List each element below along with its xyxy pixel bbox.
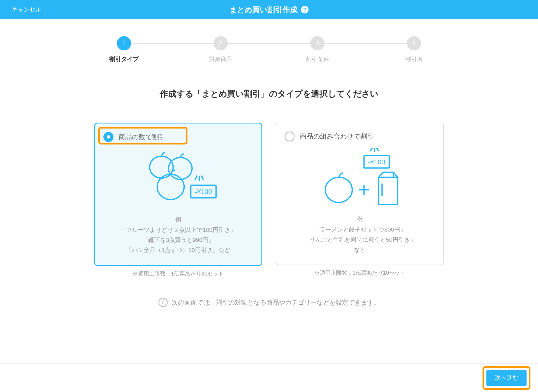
example-text: 「フルーツよりどり３点以上で100円引き」 「靴下を3点買うと990円」 「パン… — [103, 225, 253, 255]
limit-text: ※適用上限数：1伝票あたり10セット — [314, 269, 405, 277]
svg-text:-¥100: -¥100 — [368, 158, 385, 166]
svg-point-6 — [325, 177, 352, 202]
example-label: 例 — [103, 216, 253, 223]
apple-milk-illustration: -¥100 — [285, 146, 435, 213]
next-button[interactable]: 次へ進む — [486, 370, 527, 386]
main-title: 作成する「まとめ買い割引」のタイプを選択してください — [0, 88, 538, 100]
step-connector — [317, 43, 414, 44]
step-number: 4 — [407, 36, 421, 50]
options-container: 商品の数で割引 -¥100 — [0, 123, 538, 278]
step-connector — [221, 43, 317, 44]
info-icon: i — [158, 298, 168, 307]
footer: 次へ進む — [0, 363, 538, 392]
header: キャンセル まとめ買い割引作成 ? — [0, 0, 538, 19]
radio-quantity[interactable] — [103, 132, 113, 142]
cancel-button[interactable]: キャンセル — [12, 6, 41, 13]
step-target-products: 2 対象商品 — [172, 36, 269, 63]
step-number: 1 — [117, 36, 131, 50]
limit-text: ※適用上限数：1伝票あたり30セット — [133, 270, 224, 278]
svg-point-1 — [169, 158, 192, 179]
info-text: 次の画面では、割引の対象となる商品やカテゴリーなどを設定できます。 — [172, 298, 380, 307]
step-label: 割引名 — [405, 55, 423, 63]
help-icon[interactable]: ? — [301, 6, 309, 13]
step-discount-name: 4 割引名 — [366, 36, 462, 63]
title-text: まとめ買い割引作成 — [229, 5, 298, 15]
step-discount-conditions: 3 割引条件 — [269, 36, 366, 63]
step-connector — [124, 43, 221, 44]
progress-steps: 1 割引タイプ 2 対象商品 3 割引条件 4 割引名 — [0, 36, 538, 63]
step-label: 割引タイプ — [109, 55, 139, 63]
step-label: 割引条件 — [306, 55, 329, 63]
option-title: 商品の数で割引 — [119, 132, 166, 141]
example-label: 例 — [285, 216, 435, 223]
radio-combination[interactable] — [285, 132, 295, 142]
svg-text:-¥100: -¥100 — [195, 188, 212, 195]
example-text: 「ラーメンと餃子セットで800円」 「りんごと牛乳を同時に買うと50円引き」 な… — [285, 225, 435, 255]
info-row: i 次の画面では、割引の対象となる商品やカテゴリーなどを設定できます。 — [0, 298, 538, 307]
apples-illustration: -¥100 — [103, 146, 253, 213]
step-discount-type: 1 割引タイプ — [76, 36, 172, 63]
option-title: 商品の組み合わせで割引 — [300, 132, 374, 141]
annotation-highlight: 次へ進む — [483, 366, 530, 389]
step-number: 2 — [214, 36, 228, 50]
step-number: 3 — [310, 36, 324, 50]
page-title: まとめ買い割引作成 ? — [229, 5, 309, 15]
svg-point-2 — [157, 174, 184, 200]
option-quantity-discount[interactable]: 商品の数で割引 -¥100 — [94, 123, 262, 266]
option-combination-discount[interactable]: 商品の組み合わせで割引 — [276, 123, 444, 265]
step-label: 対象商品 — [209, 55, 233, 63]
